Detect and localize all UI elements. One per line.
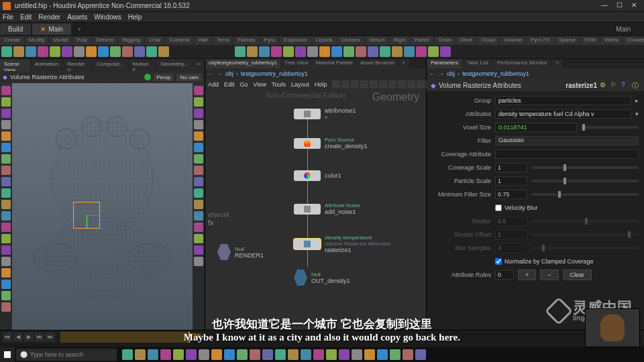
flag-icon[interactable]: ⚐ (610, 81, 619, 89)
network-tab-add[interactable]: + (399, 59, 409, 68)
param-tab[interactable]: Parameters (427, 59, 462, 68)
filter-select[interactable]: Gaussian (495, 136, 639, 145)
network-path[interactable]: ←→ obj› testgeometry_rubbertoy1 (205, 68, 426, 79)
shelf-tab[interactable]: Vellum (365, 36, 389, 45)
nmenu-add[interactable]: Add (208, 81, 219, 88)
timeline-play[interactable]: ▶ (24, 333, 34, 342)
taskbar-app-icon[interactable] (339, 349, 350, 360)
taskbar-app-icon[interactable] (224, 349, 235, 360)
shelf-tab[interactable]: Particl (411, 36, 433, 45)
node-color[interactable]: color1 (294, 170, 341, 181)
shelf-tool-icon[interactable] (259, 46, 270, 57)
taskbar-search[interactable]: ⚪Type here to search (16, 349, 117, 361)
viewport-tool-icon[interactable] (194, 131, 203, 141)
shelf-tool-icon[interactable] (235, 46, 246, 57)
network-tab[interactable]: Material Palette (312, 59, 356, 68)
menu-file[interactable]: File (3, 13, 13, 21)
viewport-tool-icon[interactable] (194, 177, 203, 186)
coverage-attr-input[interactable] (495, 149, 639, 159)
nmenu-layout[interactable]: Layout (291, 81, 309, 88)
attr-rules-clear[interactable]: Clear (563, 269, 592, 280)
taskbar-app-icon[interactable] (160, 349, 171, 360)
viewport-tool-icon[interactable] (1, 291, 11, 300)
menu-render[interactable]: Render (38, 13, 60, 21)
timeline-last[interactable]: ⏭ (46, 333, 55, 342)
help-icon[interactable]: ? (621, 81, 629, 89)
shelf-tab[interactable]: Hair (194, 36, 212, 45)
taskbar-app-icon[interactable] (402, 349, 413, 360)
taskbar-app-icon[interactable] (148, 349, 158, 360)
viewport-tool-icon[interactable] (1, 97, 11, 107)
shelf-tool-icon[interactable] (271, 46, 282, 57)
viewport-tool-icon[interactable] (1, 120, 11, 129)
network-toolbar-icon[interactable] (417, 80, 425, 88)
viewport-tool-icon[interactable] (1, 302, 11, 312)
viewport-tool-icon[interactable] (194, 97, 203, 107)
shelf-tool-icon[interactable] (428, 46, 439, 57)
shelf-tool-icon[interactable] (368, 46, 378, 57)
shelf-tab[interactable]: Rigid (390, 36, 410, 45)
attrs-menu-icon[interactable]: ▾ (635, 111, 639, 117)
shelf-tab[interactable]: Modify (25, 36, 49, 45)
viewport-tool-icon[interactable] (1, 245, 11, 255)
network-toolbar-icon[interactable] (370, 80, 378, 88)
node-create-density[interactable]: Pyro Sourcecreate_density1 (294, 137, 368, 149)
viewport-tool-icon[interactable] (194, 109, 203, 118)
taskbar-app-icon[interactable] (211, 349, 222, 360)
shelf-tool-icon[interactable] (319, 46, 330, 57)
menu-windows[interactable]: Windows (94, 13, 121, 21)
shelf-tab[interactable]: Pyro (260, 36, 279, 45)
viewport-tab[interactable]: Animation (31, 59, 63, 71)
shelf-tool-icon[interactable] (25, 46, 36, 57)
viewport-tab[interactable]: Composit... (93, 59, 127, 71)
shelf-tool-icon[interactable] (343, 46, 354, 57)
shelf-tool-icon[interactable] (62, 46, 72, 57)
taskbar-app-icon[interactable] (135, 349, 146, 360)
viewport-tool-icon[interactable] (1, 200, 11, 209)
gear-icon[interactable]: ⚙ (600, 81, 608, 89)
network-tab[interactable]: Tree View (281, 59, 312, 68)
viewport-tool-icon[interactable] (1, 131, 11, 141)
viewport-tool-icon[interactable] (194, 245, 203, 255)
shelf-tool-icon[interactable] (38, 46, 48, 57)
viewport-tool-icon[interactable] (1, 268, 11, 278)
voxel-size-input[interactable] (495, 123, 577, 132)
shelf-tool-icon[interactable] (331, 46, 342, 57)
pscale-slider[interactable] (531, 180, 639, 182)
nmenu-go[interactable]: Go (240, 81, 248, 88)
param-tab-add[interactable]: + (552, 59, 564, 68)
shelf-tool-icon[interactable] (247, 46, 258, 57)
shelf-tab[interactable]: Explosion (280, 36, 311, 45)
shelf-tool-icon[interactable] (134, 46, 145, 57)
timeline-prev[interactable]: ◀ (13, 333, 23, 342)
shelf-tab[interactable]: Oceans (337, 36, 364, 45)
viewport-tool-icon[interactable] (1, 280, 11, 289)
menu-assets[interactable]: Assets (67, 13, 87, 21)
network-toolbar-icon[interactable] (332, 80, 340, 88)
viewport-tab[interactable]: Scene View (0, 59, 30, 71)
viewport-gizmo[interactable] (73, 202, 100, 229)
shelf-tool-icon[interactable] (392, 46, 402, 57)
network-toolbar-icon[interactable] (407, 80, 415, 88)
shelf-tab[interactable]: Rigging (118, 36, 144, 45)
shelf-tool-icon[interactable] (404, 46, 415, 57)
viewport-tool-icon[interactable] (1, 109, 11, 118)
viewport-tool-icon[interactable] (1, 234, 11, 243)
shelf-tab[interactable]: FEM (580, 36, 600, 45)
shelf-tool-icon[interactable] (1, 46, 12, 57)
shelf-tab[interactable]: Volume (500, 36, 526, 45)
attr-rules-plus[interactable]: + (518, 269, 536, 280)
taskbar-app-icon[interactable] (288, 349, 299, 360)
viewport-tab[interactable]: Motion F... (129, 59, 156, 71)
shelf-tool-icon[interactable] (440, 46, 451, 57)
shelf-tool-icon[interactable] (380, 46, 390, 57)
network-tab[interactable]: Asset Browser (357, 59, 398, 68)
viewport-tool-icon[interactable] (1, 154, 11, 164)
menu-help[interactable]: Help (128, 13, 142, 21)
shelf-tab[interactable]: Deform (92, 36, 117, 45)
viewport-persp-button[interactable]: Persp (154, 74, 174, 81)
voxel-slider[interactable] (581, 126, 639, 129)
shelf-tab[interactable]: Char (145, 36, 164, 45)
velocity-blur-check[interactable]: Velocity Blur (495, 204, 538, 211)
desktop-tab-build[interactable]: Build (0, 23, 31, 35)
